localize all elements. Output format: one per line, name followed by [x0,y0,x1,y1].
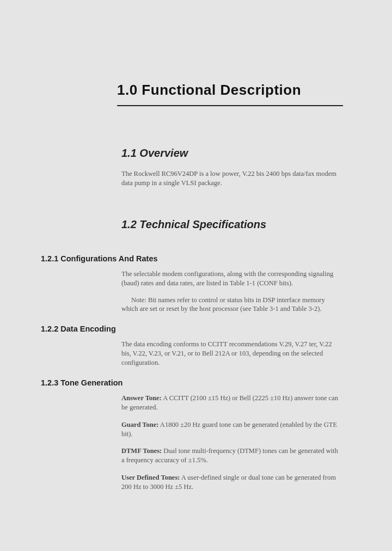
encoding-p1: The data encoding conforms to CCITT reco… [121,340,340,368]
chapter-title: 1.0 Functional Description [117,82,351,99]
configs-note: Note: Bit names refer to control or stat… [121,296,340,314]
tone-answer: Answer Tone: A CCITT (2100 ±15 Hz) or Be… [121,394,340,412]
tone-user-lead: User Defined Tones: [121,474,180,481]
subsection-encoding-heading: 1.2.2 Data Encoding [41,325,351,333]
overview-text: The Rockwell RC96V24DP is a low power, V… [121,169,340,188]
subsection-tonegen: 1.2.3 Tone Generation Answer Tone: A CCI… [41,378,351,492]
configs-p1: The selectable modem configurations, alo… [121,270,340,288]
tone-dtmf-lead: DTMF Tones: [121,447,162,455]
section-techspec-heading: 1.2 Technical Specifications [121,218,351,231]
tone-guard: Guard Tone: A1800 ±20 Hz guard tone can … [121,420,340,439]
subsection-configs-heading: 1.2.1 Configurations And Rates [41,254,351,263]
chapter-rule [117,105,343,106]
tone-dtmf: DTMF Tones: Dual tone multi-frequency (D… [121,446,340,465]
document-page: 1.0 Functional Description 1.1 Overview … [0,82,392,551]
subsection-encoding: 1.2.2 Data Encoding The data encoding co… [41,325,351,368]
tone-user: User Defined Tones: A user-defined singl… [121,473,340,492]
tone-guard-lead: Guard Tone: [121,421,158,428]
subsection-tonegen-heading: 1.2.3 Tone Generation [41,378,351,387]
subsection-configs: 1.2.1 Configurations And Rates The selec… [41,254,351,314]
tone-answer-lead: Answer Tone: [121,394,162,402]
section-overview-heading: 1.1 Overview [121,147,351,160]
